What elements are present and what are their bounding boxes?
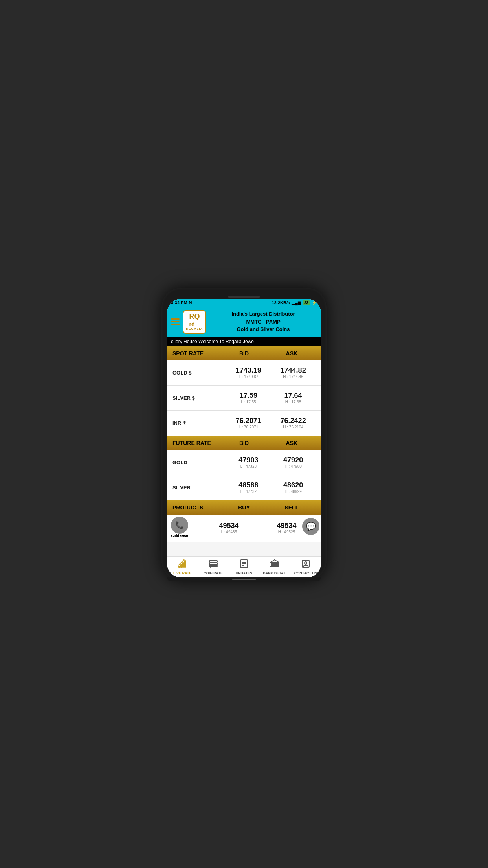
spot-gold-ask: 1744.82 H : 1744.46 — [271, 366, 316, 379]
nav-contact-us-label: CONTACT US — [294, 571, 317, 575]
app-header: RQrd REGALIA India's Largest Distributor… — [167, 307, 321, 337]
svg-rect-14 — [273, 562, 274, 566]
spot-gold-bid-sub: L : 1740.87 — [226, 375, 271, 379]
spot-inr-ask: 76.2422 H : 76.2104 — [271, 417, 316, 429]
future-rate-bid-label: BID — [220, 440, 268, 446]
status-left: 6:34 PM N — [171, 300, 192, 305]
spot-rate-bid-label: BID — [220, 350, 268, 357]
contact-us-icon — [301, 559, 310, 570]
future-gold-ask: 47920 H : 47980 — [271, 456, 316, 469]
spot-rate-title: SPOT RATE — [172, 350, 220, 357]
spot-inr-row: INR ₹ 76.2071 L : 76.2071 76.2422 H : 76… — [167, 411, 321, 436]
svg-rect-0 — [178, 566, 180, 568]
product-gold-sell: 💬 49534 H : 49525 — [258, 522, 316, 534]
spot-inr-bid: 76.2071 L : 76.2071 — [226, 417, 271, 429]
app-logo: RQrd REGALIA — [183, 310, 206, 334]
spot-inr-ask-main: 76.2422 — [271, 417, 316, 425]
phone-frame: 6:34 PM N 12.2KB/s ▂▄▆ 23 ⚡ RQrd REGALIA… — [161, 288, 327, 581]
future-silver-bid-sub: L : 47732 — [226, 489, 271, 494]
spot-gold-ask-main: 1744.82 — [271, 366, 316, 375]
hamburger-menu[interactable] — [171, 318, 180, 325]
spot-gold-row: GOLD $ 1743.19 L : 1740.87 1744.82 H : 1… — [167, 360, 321, 386]
ticker-bar: ellery House Welcome To Regalia Jewe — [167, 337, 321, 346]
future-gold-label: GOLD — [172, 460, 226, 465]
ticker-text: ellery House Welcome To Regalia Jewe — [171, 339, 254, 344]
status-right: 12.2KB/s ▂▄▆ 23 ⚡ — [272, 300, 317, 305]
spot-gold-ask-sub: H : 1744.46 — [271, 375, 316, 379]
svg-point-7 — [210, 566, 211, 568]
nav-coin-rate-label: COIN RATE — [204, 571, 223, 575]
spot-rate-ask-label: ASK — [268, 350, 316, 357]
phone-top — [167, 295, 321, 299]
logo-brand: REGALIA — [186, 327, 203, 331]
spot-gold-bid: 1743.19 L : 1740.87 — [226, 366, 271, 379]
spot-silver-ask-main: 17.64 — [271, 392, 316, 400]
future-silver-ask: 48620 H : 48999 — [271, 481, 316, 494]
nav-contact-us[interactable]: CONTACT US — [290, 557, 321, 577]
future-gold-ask-main: 47920 — [271, 456, 316, 464]
svg-rect-4 — [209, 561, 217, 562]
phone-call-button[interactable]: 📞 — [171, 517, 188, 534]
svg-rect-1 — [180, 564, 182, 568]
nav-bank-detail-label: BANK DETAIL — [263, 571, 286, 575]
svg-rect-15 — [275, 562, 276, 566]
future-silver-ask-sub: H : 48999 — [271, 489, 316, 494]
nav-updates-label: UPDATES — [236, 571, 252, 575]
spot-silver-row: SILVER $ 17.59 L : 17.55 17.64 H : 17.68 — [167, 386, 321, 411]
svg-rect-5 — [209, 563, 217, 565]
svg-rect-17 — [271, 566, 279, 567]
header-line1: India's Largest Distributor — [209, 310, 317, 318]
nav-coin-rate[interactable]: COIN RATE — [198, 557, 228, 577]
spot-silver-bid-main: 17.59 — [226, 392, 271, 400]
product-gold-buy-main: 49534 — [200, 522, 258, 530]
spot-silver-label: SILVER $ — [172, 395, 226, 401]
nav-updates[interactable]: UPDATES — [229, 557, 259, 577]
product-gold9950-row: 📞 Gold 9950 49534 L : 49435 💬 49 — [167, 515, 321, 542]
svg-rect-2 — [182, 562, 184, 568]
future-silver-ask-main: 48620 — [271, 481, 316, 489]
main-content: SPOT RATE BID ASK GOLD $ 1743.19 L : 174… — [167, 346, 321, 556]
whatsapp-button[interactable]: 💬 — [302, 518, 319, 535]
spot-rate-header: SPOT RATE BID ASK — [167, 346, 321, 360]
bank-detail-icon — [270, 559, 279, 570]
spot-gold-bid-main: 1743.19 — [226, 366, 271, 375]
svg-rect-3 — [184, 560, 186, 568]
live-rate-icon — [178, 559, 187, 570]
bottom-nav: LIVE RATE COIN RATE — [167, 556, 321, 577]
spot-inr-bid-sub: L : 76.2071 — [226, 425, 271, 429]
nav-bank-detail[interactable]: BANK DETAIL — [259, 557, 290, 577]
products-header: PRODUCTS BUY SELL — [167, 500, 321, 515]
phone-bottom — [167, 577, 321, 581]
header-tagline: India's Largest Distributor MMTC - PAMP … — [209, 310, 317, 333]
signal-icon: ▂▄▆ — [292, 300, 301, 305]
battery-indicator: 23 — [303, 300, 310, 305]
future-silver-bid: 48588 L : 47732 — [226, 481, 271, 494]
spot-silver-ask-sub: H : 17.68 — [271, 400, 316, 404]
home-indicator — [232, 579, 256, 580]
product-gold-buy-sub: L : 49435 — [200, 530, 258, 534]
time-display: 6:34 PM — [171, 300, 187, 305]
nav-live-rate[interactable]: LIVE RATE — [167, 557, 198, 577]
phone-screen: 6:34 PM N 12.2KB/s ▂▄▆ 23 ⚡ RQrd REGALIA… — [167, 299, 321, 577]
spot-silver-bid: 17.59 L : 17.55 — [226, 392, 271, 404]
header-line2: MMTC - PAMP — [209, 318, 317, 326]
network-icon: N — [189, 300, 192, 305]
coin-rate-icon — [209, 559, 218, 570]
future-gold-bid-sub: L : 47328 — [226, 464, 271, 469]
header-line3: Gold and Silver Coins — [209, 326, 317, 333]
product-gold-buy: 49534 L : 49435 — [200, 522, 258, 534]
products-title: PRODUCTS — [172, 504, 220, 511]
future-silver-bid-main: 48588 — [226, 481, 271, 489]
svg-rect-13 — [272, 562, 272, 566]
logo-initials: RQrd — [189, 313, 200, 327]
spot-silver-bid-sub: L : 17.55 — [226, 400, 271, 404]
future-rate-ask-label: ASK — [268, 440, 316, 446]
updates-icon — [239, 559, 249, 570]
notch — [228, 296, 260, 298]
products-sell-label: SELL — [268, 504, 316, 511]
nav-live-rate-label: LIVE RATE — [173, 571, 191, 575]
future-gold-ask-sub: H : 47980 — [271, 464, 316, 469]
future-gold-bid-main: 47903 — [226, 456, 271, 464]
spot-inr-ask-sub: H : 76.2104 — [271, 425, 316, 429]
spot-gold-label: GOLD $ — [172, 370, 226, 376]
